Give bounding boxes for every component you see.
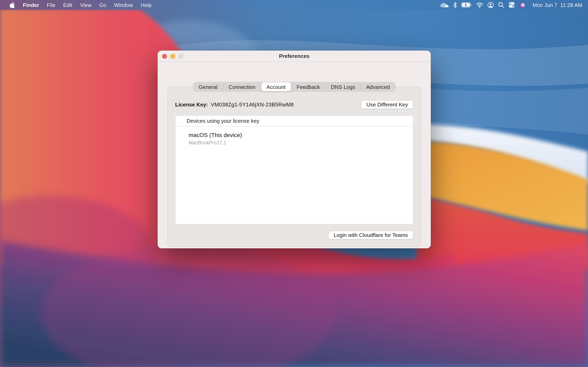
close-button[interactable]: [162, 54, 167, 59]
tab-feedback[interactable]: Feedback: [291, 82, 325, 91]
menu-item-file[interactable]: File: [47, 2, 55, 8]
tab-dns-logs[interactable]: DNS Logs: [326, 82, 361, 91]
license-key-label: License Key:: [175, 101, 208, 108]
menu-item-help[interactable]: Help: [141, 2, 152, 8]
battery-charging-icon[interactable]: [461, 0, 472, 10]
control-center-icon[interactable]: [508, 0, 515, 10]
window-title: Preferences: [279, 53, 310, 59]
devices-panel: Devices using your license key macOS (Th…: [175, 115, 413, 224]
menu-item-view[interactable]: View: [80, 2, 91, 8]
license-key-row: License Key: VM038Zg1-5Y146jXN-23B5RwM8 …: [175, 100, 413, 109]
traffic-lights: [162, 50, 183, 62]
user-account-icon[interactable]: [488, 0, 494, 10]
spotlight-search-icon[interactable]: [498, 0, 504, 10]
devices-panel-header: Devices using your license key: [176, 116, 413, 126]
tab-advanced[interactable]: Advanced: [361, 82, 395, 91]
siri-icon[interactable]: [519, 0, 526, 10]
zoom-button-disabled: [178, 54, 183, 59]
menu-bar: Finder File Edit View Go Window Help: [0, 0, 588, 10]
preferences-tab-bar: General Connection Account Feedback DNS …: [193, 82, 396, 92]
cloudflare-cloud-icon[interactable]: [440, 0, 449, 10]
preferences-window: Preferences General Connection Account F…: [158, 50, 431, 248]
tab-connection[interactable]: Connection: [223, 82, 261, 91]
menu-item-go[interactable]: Go: [99, 2, 106, 8]
use-different-key-button[interactable]: Use Different Key: [361, 100, 413, 109]
device-name: macOS (This device): [189, 132, 413, 138]
device-model: MacBookPro17,1: [189, 140, 413, 146]
license-key-value: VM038Zg1-5Y146jXN-23B5RwM8: [211, 101, 294, 108]
window-content: General Connection Account Feedback DNS …: [158, 62, 431, 248]
apple-menu[interactable]: [9, 0, 15, 10]
login-row: Login with Cloudflare for Teams: [175, 231, 413, 239]
desktop: Finder File Edit View Go Window Help: [0, 0, 588, 367]
account-tab-panel: License Key: VM038Zg1-5Y146jXN-23B5RwM8 …: [167, 87, 421, 247]
menu-item-finder[interactable]: Finder: [23, 2, 39, 8]
apple-logo-icon: [9, 1, 15, 8]
minimize-button[interactable]: [170, 54, 175, 59]
device-list-item: macOS (This device) MacBookPro17,1: [176, 126, 413, 146]
tab-account[interactable]: Account: [261, 82, 291, 91]
window-title-bar[interactable]: Preferences: [158, 50, 431, 62]
bluetooth-icon[interactable]: [453, 0, 457, 10]
wifi-icon[interactable]: [476, 0, 483, 10]
tab-general[interactable]: General: [193, 82, 223, 91]
menu-item-edit[interactable]: Edit: [63, 2, 72, 8]
menu-bar-clock[interactable]: Mon Jun 7 11:28 AM: [532, 2, 582, 8]
menu-item-window[interactable]: Window: [114, 2, 133, 8]
login-with-cloudflare-teams-button[interactable]: Login with Cloudflare for Teams: [328, 231, 413, 239]
